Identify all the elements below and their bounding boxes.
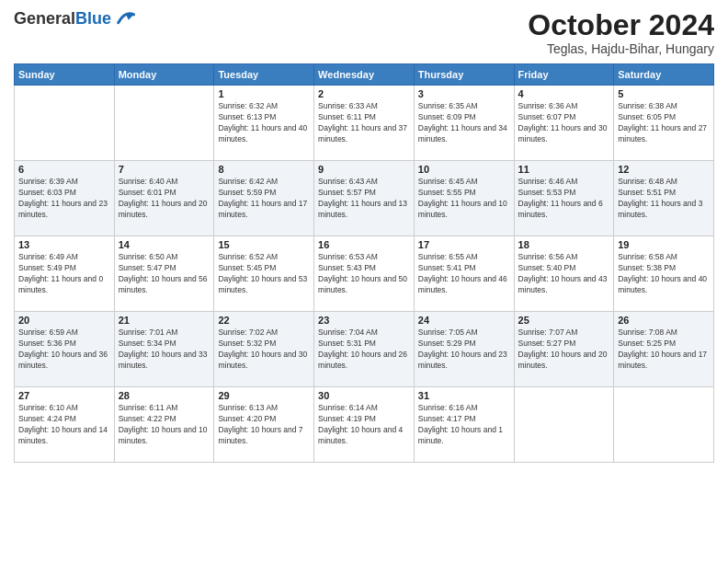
cell-content: Sunrise: 7:05 AMSunset: 5:29 PMDaylight:… xyxy=(418,327,510,372)
day-number: 21 xyxy=(119,315,210,326)
cell-content: Sunrise: 6:45 AMSunset: 5:55 PMDaylight:… xyxy=(418,177,510,221)
daylight-hours: Daylight: 10 hours and 23 minutes. xyxy=(418,350,507,370)
cell-content: Sunrise: 6:16 AMSunset: 4:17 PMDaylight:… xyxy=(418,403,510,447)
calendar-cell: 15Sunrise: 6:52 AMSunset: 5:45 PMDayligh… xyxy=(214,236,314,312)
title-block: October 2024 Teglas, Hajdu-Bihar, Hungar… xyxy=(528,9,714,56)
calendar-cell: 30Sunrise: 6:14 AMSunset: 4:19 PMDayligh… xyxy=(314,387,415,463)
page-header: GeneralBlue October 2024 Teglas, Hajdu-B… xyxy=(14,9,714,56)
daylight-hours: Daylight: 10 hours and 26 minutes. xyxy=(318,350,407,370)
calendar-cell: 13Sunrise: 6:49 AMSunset: 5:49 PMDayligh… xyxy=(15,236,115,312)
daylight-hours: Daylight: 11 hours and 37 minutes. xyxy=(318,123,407,144)
cell-content: Sunrise: 6:36 AMSunset: 6:07 PMDaylight:… xyxy=(518,101,610,145)
calendar-cell: 31Sunrise: 6:16 AMSunset: 4:17 PMDayligh… xyxy=(414,387,514,463)
calendar-cell xyxy=(15,86,115,161)
calendar-cell: 3Sunrise: 6:35 AMSunset: 6:09 PMDaylight… xyxy=(414,86,514,161)
calendar-cell: 28Sunrise: 6:11 AMSunset: 4:22 PMDayligh… xyxy=(114,387,214,463)
cell-content: Sunrise: 6:52 AMSunset: 5:45 PMDaylight:… xyxy=(218,252,310,296)
cell-content: Sunrise: 6:35 AMSunset: 6:09 PMDaylight:… xyxy=(418,101,510,145)
daylight-hours: Daylight: 10 hours and 20 minutes. xyxy=(518,350,608,370)
daylight-hours: Daylight: 10 hours and 17 minutes. xyxy=(618,350,707,370)
daylight-hours: Daylight: 10 hours and 10 minutes. xyxy=(119,425,208,445)
daylight-hours: Daylight: 11 hours and 27 minutes. xyxy=(618,123,707,144)
day-number: 14 xyxy=(119,239,210,250)
day-number: 19 xyxy=(618,239,710,250)
day-number: 12 xyxy=(618,164,710,175)
daylight-hours: Daylight: 10 hours and 53 minutes. xyxy=(218,274,307,294)
cell-content: Sunrise: 6:42 AMSunset: 5:59 PMDaylight:… xyxy=(218,177,310,221)
calendar-week-row: 27Sunrise: 6:10 AMSunset: 4:24 PMDayligh… xyxy=(15,387,714,463)
calendar-cell: 11Sunrise: 6:46 AMSunset: 5:53 PMDayligh… xyxy=(514,161,614,236)
calendar-cell: 25Sunrise: 7:07 AMSunset: 5:27 PMDayligh… xyxy=(514,312,614,387)
day-number: 20 xyxy=(18,315,110,326)
cell-content: Sunrise: 7:08 AMSunset: 5:25 PMDaylight:… xyxy=(618,327,710,372)
cell-content: Sunrise: 6:53 AMSunset: 5:43 PMDaylight:… xyxy=(318,252,410,296)
day-number: 25 xyxy=(518,315,610,326)
daylight-hours: Daylight: 10 hours and 33 minutes. xyxy=(119,350,208,370)
calendar-cell: 17Sunrise: 6:55 AMSunset: 5:41 PMDayligh… xyxy=(414,236,514,312)
weekday-header-wednesday: Wednesday xyxy=(314,64,415,86)
cell-content: Sunrise: 6:40 AMSunset: 6:01 PMDaylight:… xyxy=(119,177,210,221)
daylight-hours: Daylight: 10 hours and 40 minutes. xyxy=(618,274,707,294)
cell-content: Sunrise: 6:32 AMSunset: 6:13 PMDaylight:… xyxy=(218,101,310,145)
cell-content: Sunrise: 7:07 AMSunset: 5:27 PMDaylight:… xyxy=(518,327,610,372)
day-number: 3 xyxy=(418,88,510,99)
calendar-cell: 27Sunrise: 6:10 AMSunset: 4:24 PMDayligh… xyxy=(15,387,115,463)
calendar-cell: 26Sunrise: 7:08 AMSunset: 5:25 PMDayligh… xyxy=(614,312,714,387)
daylight-hours: Daylight: 11 hours and 0 minutes. xyxy=(18,274,103,294)
daylight-hours: Daylight: 10 hours and 7 minutes. xyxy=(218,425,302,445)
cell-content: Sunrise: 6:33 AMSunset: 6:11 PMDaylight:… xyxy=(318,101,410,145)
calendar-cell: 1Sunrise: 6:32 AMSunset: 6:13 PMDaylight… xyxy=(214,86,314,161)
daylight-hours: Daylight: 10 hours and 4 minutes. xyxy=(318,425,403,445)
daylight-hours: Daylight: 11 hours and 34 minutes. xyxy=(418,123,507,144)
calendar-week-row: 13Sunrise: 6:49 AMSunset: 5:49 PMDayligh… xyxy=(15,236,714,312)
day-number: 8 xyxy=(218,164,310,175)
day-number: 6 xyxy=(18,164,110,175)
day-number: 4 xyxy=(518,88,610,99)
calendar-cell xyxy=(114,86,214,161)
daylight-hours: Daylight: 10 hours and 56 minutes. xyxy=(119,274,208,294)
cell-content: Sunrise: 6:48 AMSunset: 5:51 PMDaylight:… xyxy=(618,177,710,221)
daylight-hours: Daylight: 10 hours and 14 minutes. xyxy=(18,425,108,445)
daylight-hours: Daylight: 11 hours and 40 minutes. xyxy=(218,123,307,144)
weekday-header-tuesday: Tuesday xyxy=(214,64,314,86)
daylight-hours: Daylight: 10 hours and 1 minute. xyxy=(418,425,503,445)
calendar-cell: 14Sunrise: 6:50 AMSunset: 5:47 PMDayligh… xyxy=(114,236,214,312)
calendar-cell: 24Sunrise: 7:05 AMSunset: 5:29 PMDayligh… xyxy=(414,312,514,387)
day-number: 5 xyxy=(618,88,710,99)
cell-content: Sunrise: 6:14 AMSunset: 4:19 PMDaylight:… xyxy=(318,403,410,447)
cell-content: Sunrise: 6:39 AMSunset: 6:03 PMDaylight:… xyxy=(18,177,110,221)
calendar-cell xyxy=(614,387,714,463)
calendar-cell: 18Sunrise: 6:56 AMSunset: 5:40 PMDayligh… xyxy=(514,236,614,312)
day-number: 26 xyxy=(618,315,710,326)
calendar-cell: 29Sunrise: 6:13 AMSunset: 4:20 PMDayligh… xyxy=(214,387,314,463)
daylight-hours: Daylight: 11 hours and 6 minutes. xyxy=(518,199,603,219)
calendar-cell: 20Sunrise: 6:59 AMSunset: 5:36 PMDayligh… xyxy=(15,312,115,387)
location-title: Teglas, Hajdu-Bihar, Hungary xyxy=(528,41,714,56)
calendar-cell: 10Sunrise: 6:45 AMSunset: 5:55 PMDayligh… xyxy=(414,161,514,236)
day-number: 15 xyxy=(218,239,310,250)
day-number: 7 xyxy=(119,164,210,175)
daylight-hours: Daylight: 11 hours and 30 minutes. xyxy=(518,123,608,144)
daylight-hours: Daylight: 11 hours and 13 minutes. xyxy=(318,199,407,219)
weekday-header-friday: Friday xyxy=(514,64,614,86)
calendar-week-row: 1Sunrise: 6:32 AMSunset: 6:13 PMDaylight… xyxy=(15,86,714,161)
cell-content: Sunrise: 6:59 AMSunset: 5:36 PMDaylight:… xyxy=(18,327,110,372)
cell-content: Sunrise: 6:58 AMSunset: 5:38 PMDaylight:… xyxy=(618,252,710,296)
day-number: 10 xyxy=(418,164,510,175)
day-number: 1 xyxy=(218,88,310,99)
day-number: 29 xyxy=(218,390,310,401)
day-number: 31 xyxy=(418,390,510,401)
calendar-table: SundayMondayTuesdayWednesdayThursdayFrid… xyxy=(14,63,714,463)
logo-icon xyxy=(115,9,135,29)
cell-content: Sunrise: 6:50 AMSunset: 5:47 PMDaylight:… xyxy=(119,252,210,296)
calendar-cell: 9Sunrise: 6:43 AMSunset: 5:57 PMDaylight… xyxy=(314,161,415,236)
calendar-cell: 12Sunrise: 6:48 AMSunset: 5:51 PMDayligh… xyxy=(614,161,714,236)
daylight-hours: Daylight: 11 hours and 10 minutes. xyxy=(418,199,507,219)
day-number: 28 xyxy=(119,390,210,401)
calendar-cell: 19Sunrise: 6:58 AMSunset: 5:38 PMDayligh… xyxy=(614,236,714,312)
cell-content: Sunrise: 6:55 AMSunset: 5:41 PMDaylight:… xyxy=(418,252,510,296)
calendar-cell xyxy=(514,387,614,463)
cell-content: Sunrise: 7:02 AMSunset: 5:32 PMDaylight:… xyxy=(218,327,310,372)
cell-content: Sunrise: 7:01 AMSunset: 5:34 PMDaylight:… xyxy=(119,327,210,372)
day-number: 18 xyxy=(518,239,610,250)
